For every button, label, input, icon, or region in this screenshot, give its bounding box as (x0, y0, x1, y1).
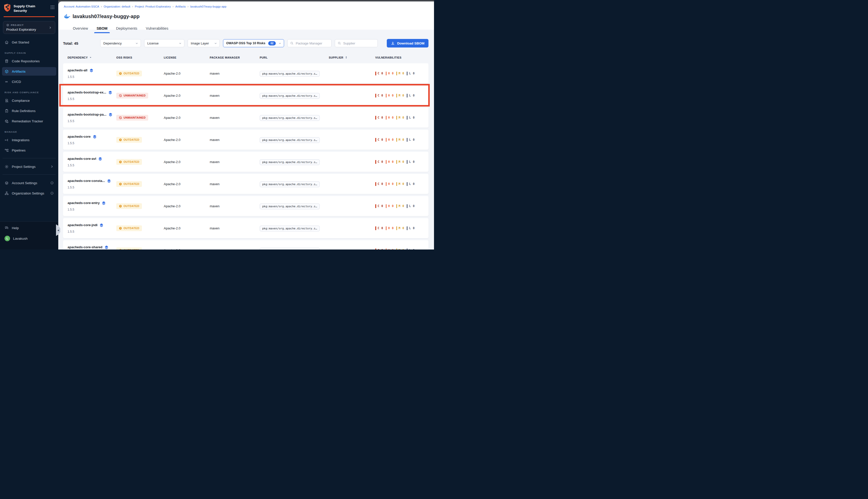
column-header-dependency[interactable]: DEPENDENCY (67, 56, 116, 59)
purl-chip[interactable]: pkg:maven/org.apache.directory.s… (260, 71, 320, 77)
vulnerabilities-cell: C 0H 0M 0L 0 (375, 116, 429, 120)
layers-icon[interactable] (99, 223, 103, 227)
vuln-high-count: H 0 (388, 204, 394, 208)
purl-cell: pkg:maven/org.apache.directory.s… (260, 115, 329, 120)
table-row[interactable]: apacheds-all1.5.5OUTDATEDApache-2.0maven… (63, 63, 429, 83)
oss-risk-cell: OUTDATED (116, 137, 164, 143)
project-selector[interactable]: PROJECT Product Exploratory (3, 21, 55, 34)
sidebar-item-get-started[interactable]: Get Started (2, 38, 56, 47)
vuln-high-count: H 0 (388, 182, 394, 186)
content-area: Total: 45 Dependency License Image Layer (58, 30, 434, 250)
breadcrumb-link[interactable]: Artifacts (175, 5, 186, 8)
purl-chip[interactable]: pkg:maven/org.apache.directory.s… (260, 93, 320, 99)
vulnerabilities-cell: C 0H 0M 0L 0 (375, 204, 429, 208)
help-button[interactable]: Help (4, 224, 54, 232)
license-cell: Apache-2.0 (164, 116, 210, 120)
image-layer-filter-select[interactable]: Image Layer (188, 39, 220, 47)
dependency-name: apacheds-core-consta... (67, 179, 105, 183)
vuln-critical: C 0 (375, 72, 383, 75)
table-row[interactable]: apacheds-core-consta...1.5.5OUTDATEDApac… (63, 174, 429, 194)
package-manager-cell: maven (210, 72, 260, 75)
dependency-version: 1.5.5 (67, 208, 116, 211)
breadcrumb-link[interactable]: Project: Product Exploratory (135, 5, 171, 8)
vuln-critical-bar (375, 116, 376, 120)
sidebar-item-compliance[interactable]: Compliance (2, 96, 56, 105)
breadcrumb-link[interactable]: lavakush07/easy-buggy-app (190, 5, 226, 8)
user-menu[interactable]: L Lavakush (4, 235, 54, 242)
sidebar-item-account-settings[interactable]: Account Settings (2, 179, 56, 187)
layers-icon[interactable] (102, 201, 106, 205)
sidebar-item-organization-settings[interactable]: Organization Settings (2, 189, 56, 197)
vuln-low-count: L 0 (409, 182, 415, 186)
table-row[interactable]: apacheds-core-avl1.5.5OUTDATEDApache-2.0… (63, 152, 429, 172)
sidebar-item-remediation-tracker[interactable]: Remediation Tracker (2, 117, 56, 125)
clipboard-icon (4, 109, 9, 113)
column-header-purl: PURL (260, 56, 329, 59)
sidebar-item-code-repositories[interactable]: Code Repositories (2, 57, 56, 65)
help-label: Help (12, 226, 19, 230)
table-row[interactable]: apacheds-core-jndi1.5.5OUTDATEDApache-2.… (63, 218, 429, 238)
breadcrumb-link[interactable]: Organization: default (104, 5, 131, 8)
vuln-low: L 0 (407, 227, 415, 230)
oss-risk-cell: OUTDATED (116, 203, 164, 209)
vuln-critical: C 0 (375, 204, 383, 208)
vuln-critical-bar (375, 160, 376, 164)
vuln-high-bar (386, 248, 387, 250)
sidebar-item-artifacts[interactable]: Artifacts (2, 67, 56, 76)
dependency-cell: apacheds-core-shared1.5.5 (67, 245, 116, 250)
purl-chip[interactable]: pkg:maven/org.apache.directory.s… (260, 226, 320, 231)
package-manager-search-input[interactable] (295, 41, 329, 46)
download-sbom-button[interactable]: Download SBOM (387, 39, 429, 48)
purl-chip[interactable]: pkg:maven/org.apache.directory.s… (260, 181, 320, 187)
app-grid-icon[interactable] (50, 5, 55, 10)
dependency-version: 1.5.5 (67, 142, 116, 145)
sidebar-item-label: Integrations (12, 138, 30, 142)
table-row[interactable]: apacheds-core-entry1.5.5OUTDATEDApache-2… (63, 196, 429, 216)
sidebar-item-ci-cd[interactable]: CI/CD (2, 77, 56, 86)
vuln-low-count: L 0 (409, 116, 415, 119)
supplier-search-input[interactable] (343, 41, 375, 46)
purl-chip[interactable]: pkg:maven/org.apache.directory.s… (260, 115, 320, 121)
layers-icon[interactable] (109, 112, 112, 117)
column-header-label: OSS RISKS (116, 56, 132, 59)
purl-chip[interactable]: pkg:maven/org.apache.directory.s… (260, 137, 320, 143)
layers-icon[interactable] (89, 68, 94, 72)
layers-icon[interactable] (98, 157, 102, 161)
chevron-down-icon (214, 42, 217, 45)
table-row[interactable]: apacheds-bootstrap-pa...1.5.5UNMAINTAINE… (63, 108, 429, 127)
layers-icon[interactable] (107, 179, 111, 183)
oss-risk-badge: UNMAINTAINED (116, 115, 148, 121)
owasp-risks-filter-select[interactable]: OWASP OSS Top 10 Risks 02 (223, 39, 284, 47)
vuln-low-bar (407, 227, 408, 230)
vuln-high: H 0 (386, 160, 394, 164)
sidebar-item-integrations[interactable]: Integrations (2, 136, 56, 144)
layers-icon[interactable] (93, 135, 97, 139)
sidebar-item-pipelines[interactable]: Pipelines (2, 146, 56, 155)
vuln-medium-count: M 0 (399, 72, 404, 75)
clock-icon (119, 227, 122, 230)
vuln-low-bar (407, 248, 408, 250)
column-header-supplier[interactable]: SUPPLIER (329, 56, 375, 59)
table-row[interactable]: apacheds-core-shared1.5.5OUTDATEDApache-… (63, 240, 429, 250)
purl-chip[interactable]: pkg:maven/org.apache.directory.s… (260, 159, 320, 165)
purl-chip[interactable]: pkg:maven/org.apache.directory.s… (260, 248, 320, 250)
column-header-label: DEPENDENCY (67, 56, 88, 59)
purl-cell: pkg:maven/org.apache.directory.s… (260, 204, 329, 208)
integrations-icon (4, 138, 9, 142)
purl-chip[interactable]: pkg:maven/org.apache.directory.s… (260, 204, 320, 209)
layers-icon[interactable] (108, 90, 112, 95)
license-filter-select[interactable]: License (144, 39, 184, 47)
table-row[interactable]: apacheds-bootstrap-ex...1.5.5UNMAINTAINE… (63, 85, 429, 106)
vuln-medium: M 0 (396, 204, 404, 208)
sidebar-item-rule-definitions[interactable]: Rule Definitions (2, 107, 56, 115)
dependency-name: apacheds-core-jndi (67, 223, 97, 227)
breadcrumb-link[interactable]: Account: Automation-SSCA (64, 5, 99, 8)
vulnerabilities-cell: C 0H 0M 0L 0 (375, 227, 429, 230)
layers-icon[interactable] (104, 245, 109, 249)
table-row[interactable]: apacheds-core1.5.5OUTDATEDApache-2.0mave… (63, 130, 429, 150)
sidebar-item-project-settings[interactable]: Project Settings (2, 162, 56, 171)
vuln-medium-count: M 0 (399, 116, 404, 119)
oss-risk-cell: OUTDATED (116, 226, 164, 231)
dependency-filter-select[interactable]: Dependency (100, 39, 141, 47)
dependency-name: apacheds-bootstrap-pa... (67, 112, 107, 116)
